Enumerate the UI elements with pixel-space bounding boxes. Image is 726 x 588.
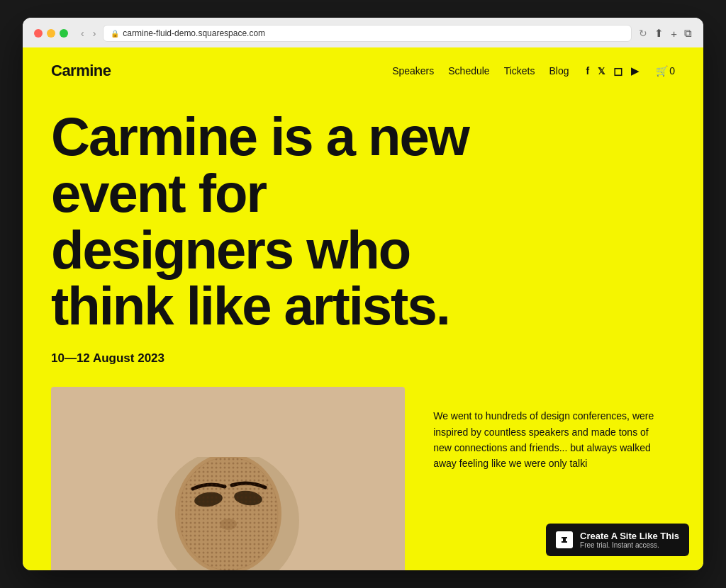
page-content: Carmine Speakers Schedule Tickets Blog f…	[23, 47, 703, 570]
bottom-image-area	[51, 387, 405, 570]
url-text: carmine-fluid-demo.squarespace.com	[123, 28, 265, 38]
svg-point-7	[179, 457, 278, 570]
nav-social: f 𝕏 ◻ ▶	[586, 64, 640, 78]
duplicate-button[interactable]: ⧉	[684, 27, 692, 40]
close-button[interactable]	[34, 29, 43, 38]
browser-controls: ‹ ›	[79, 26, 97, 40]
badge-subtitle: Free trial. Instant access.	[580, 541, 679, 549]
new-tab-button[interactable]: +	[671, 28, 677, 40]
back-button[interactable]: ‹	[79, 26, 86, 40]
site-logo[interactable]: Carmine	[51, 62, 111, 80]
facebook-icon[interactable]: f	[586, 65, 590, 77]
nav-link-schedule[interactable]: Schedule	[448, 65, 489, 77]
hero-section: Carmine is a new event for designers who…	[23, 94, 703, 387]
cart-count: 0	[669, 65, 675, 77]
cart-icon[interactable]: 🛒 0	[656, 65, 675, 77]
badge-text: Create A Site Like This Free trial. Inst…	[580, 531, 679, 549]
address-bar[interactable]: 🔒 carmine-fluid-demo.squarespace.com	[103, 25, 632, 42]
nav-link-blog[interactable]: Blog	[549, 65, 569, 77]
bottom-section: We went to hundreds of design conference…	[23, 387, 703, 570]
nav-link-tickets[interactable]: Tickets	[504, 65, 535, 77]
browser-window: ‹ › 🔒 carmine-fluid-demo.squarespace.com…	[23, 18, 703, 570]
hero-headline: Carmine is a new event for designers who…	[51, 108, 476, 334]
site-nav: Carmine Speakers Schedule Tickets Blog f…	[23, 47, 703, 94]
instagram-icon[interactable]: ◻	[613, 64, 622, 78]
forward-button[interactable]: ›	[91, 26, 98, 40]
browser-title-bar: ‹ › 🔒 carmine-fluid-demo.squarespace.com…	[34, 25, 692, 42]
maximize-button[interactable]	[60, 29, 68, 38]
share-button[interactable]: ⬆	[654, 27, 664, 40]
description-text: We went to hundreds of design conference…	[433, 408, 660, 472]
traffic-lights	[34, 29, 68, 38]
badge-title: Create A Site Like This	[580, 531, 679, 541]
address-bar-row: 🔒 carmine-fluid-demo.squarespace.com ↻	[103, 25, 649, 42]
nav-right: Speakers Schedule Tickets Blog f 𝕏 ◻ ▶ 🛒…	[392, 64, 675, 78]
browser-chrome: ‹ › 🔒 carmine-fluid-demo.squarespace.com…	[23, 18, 703, 47]
squarespace-logo	[556, 531, 573, 548]
lock-icon: 🔒	[111, 30, 119, 38]
squarespace-badge[interactable]: Create A Site Like This Free trial. Inst…	[546, 524, 689, 556]
reload-button[interactable]: ↻	[637, 26, 649, 40]
twitter-icon[interactable]: 𝕏	[598, 66, 605, 77]
cart-symbol: 🛒	[656, 65, 668, 77]
nav-link-speakers[interactable]: Speakers	[392, 65, 434, 77]
minimize-button[interactable]	[47, 29, 55, 38]
browser-actions: ⬆ + ⧉	[654, 27, 692, 40]
face-illustration	[150, 457, 306, 570]
nav-links: Speakers Schedule Tickets Blog	[392, 64, 569, 77]
hero-date: 10—12 August 2023	[51, 351, 675, 366]
youtube-icon[interactable]: ▶	[631, 65, 639, 77]
